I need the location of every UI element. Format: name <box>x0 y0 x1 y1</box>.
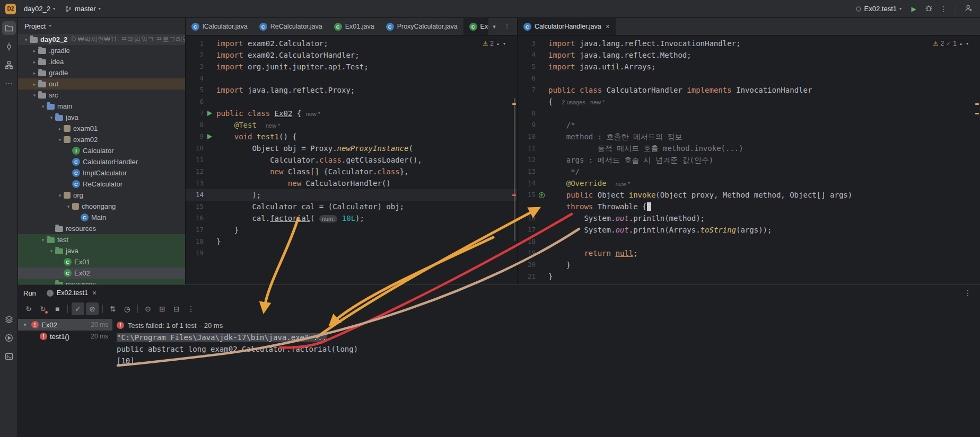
editor-options-button[interactable]: ⋮ <box>501 21 513 32</box>
scrollbar-thumb[interactable] <box>514 98 515 241</box>
sort-by-duration-icon[interactable]: ◷ <box>121 302 134 315</box>
warning-stripe-mark[interactable] <box>975 103 979 105</box>
run-tab[interactable]: Ex02.test1 × <box>42 287 101 299</box>
run-test-icon[interactable] <box>207 134 212 139</box>
chevron-down-icon[interactable]: ▾ <box>56 137 64 142</box>
editor-tab[interactable]: CEx02.java× <box>463 18 488 35</box>
more-icon[interactable]: ⋯ <box>2 77 16 91</box>
inspection-widget-left[interactable]: ⚠ 2 ▴ ▾ <box>479 39 510 48</box>
run-configuration-selector[interactable]: Ex02.test1 ▾ <box>852 3 905 14</box>
project-tree-item[interactable]: CMain <box>18 212 185 223</box>
override-icon[interactable] <box>537 191 546 200</box>
project-tree-item[interactable]: CCalculatorHandler <box>18 156 185 167</box>
close-icon[interactable]: × <box>92 289 97 297</box>
chevron-down-icon[interactable]: ▾ <box>48 248 55 254</box>
project-badge[interactable]: D2 <box>5 4 16 14</box>
hidden-tabs-button[interactable]: ▾ <box>488 21 500 32</box>
chevron-right-icon[interactable]: ▸ <box>56 126 64 131</box>
project-tree-item[interactable]: ▾java <box>18 112 185 123</box>
project-tree-item[interactable]: ▸out <box>18 78 185 90</box>
project-icon[interactable] <box>2 21 16 35</box>
chevron-right-icon[interactable]: ▸ <box>31 48 38 53</box>
project-tree-item[interactable]: CReCalculator <box>18 179 185 190</box>
project-tree-item[interactable]: resources <box>18 223 185 234</box>
editor-tab[interactable]: CReCalculator.java <box>253 18 328 35</box>
rerun-icon[interactable]: ↻ <box>22 302 35 315</box>
prev-problem-icon[interactable]: ▴ <box>496 41 500 46</box>
terminal-icon[interactable] <box>2 350 16 363</box>
test-history-icon[interactable]: ⊙ <box>142 302 154 315</box>
stop-icon[interactable]: ■ <box>51 302 64 315</box>
project-tree-item[interactable]: ▸.gradle <box>18 45 185 56</box>
project-tree-item[interactable]: resources <box>18 279 185 284</box>
run-config-icon <box>855 6 862 12</box>
prev-problem-icon[interactable]: ▴ <box>959 41 963 46</box>
chevron-down-icon[interactable]: ▾ <box>31 93 38 98</box>
code-area-right[interactable]: 3import java.lang.reflect.InvocationHand… <box>518 35 980 284</box>
run-console[interactable]: ! Tests failed: 1 of 1 test – 20 ms "C:\… <box>112 318 980 437</box>
rerun-failed-tests-icon[interactable]: ↻ <box>37 302 49 315</box>
project-tree-item[interactable]: ▸.idea <box>18 56 185 67</box>
sort-alphabetically-icon[interactable]: ⇅ <box>107 302 119 315</box>
test-tree-item[interactable]: !test1()20 ms <box>18 331 112 342</box>
debug-button[interactable] <box>922 3 935 15</box>
chevron-right-icon[interactable]: ▸ <box>31 59 38 65</box>
chevron-right-icon[interactable]: ▸ <box>31 82 38 87</box>
project-tree-item[interactable]: ▾main <box>18 101 185 112</box>
project-tree-item[interactable]: ICalculator <box>18 145 185 156</box>
project-panel-header[interactable]: Project ▾ <box>18 18 185 34</box>
package-icon <box>64 192 71 199</box>
debug-icon[interactable] <box>2 435 16 437</box>
more-actions-button[interactable]: ⋮ <box>937 3 950 15</box>
inspection-widget-right[interactable]: ⚠ 2 ✓ 1 ▴ ▾ <box>930 39 973 48</box>
project-tree-item[interactable]: ▾exam02 <box>18 134 185 145</box>
chevron-right-icon[interactable]: ▸ <box>31 70 38 76</box>
structure-icon[interactable] <box>2 58 16 72</box>
project-tree-item[interactable]: ▾day02_2D:₩박세현₩11. 프레임워크 프로그래밍₩day02_2 <box>18 34 185 45</box>
test-tree-item[interactable]: ▾!Ex0220 ms <box>18 319 112 331</box>
error-stripe-mark[interactable] <box>512 194 516 196</box>
chevron-down-icon[interactable]: ▾ <box>21 322 29 327</box>
code-area-left[interactable]: 1import exam02.Calculator;2import exam02… <box>186 35 517 284</box>
project-tree-item[interactable]: CEx02 <box>18 267 185 279</box>
project-tree-item[interactable]: ▾test <box>18 234 185 245</box>
services-icon[interactable] <box>2 313 16 326</box>
next-problem-icon[interactable]: ▾ <box>502 41 506 46</box>
project-widget[interactable]: day02_2 ▾ <box>20 3 59 14</box>
run-button[interactable]: ▶ <box>907 3 920 15</box>
editor-tab[interactable]: CProxyCalculator.java <box>380 18 463 35</box>
more-icon[interactable]: ⋮ <box>185 302 197 315</box>
vcs-branch-widget[interactable]: master ▾ <box>61 3 104 14</box>
run-panel-options-button[interactable]: ⋮ <box>964 289 975 297</box>
project-tree-item[interactable]: ▸gradle <box>18 67 185 78</box>
collapse-all-icon[interactable]: ⊟ <box>170 302 183 315</box>
tab-label: ProxyCalculator.java <box>397 23 458 30</box>
chevron-down-icon[interactable]: ▾ <box>39 237 47 243</box>
project-tree-item[interactable]: ▾src <box>18 90 185 101</box>
project-tree-item[interactable]: ▾java <box>18 245 185 256</box>
next-problem-icon[interactable]: ▾ <box>965 41 969 46</box>
chevron-down-icon[interactable]: ▾ <box>65 204 72 209</box>
show-ignored-icon[interactable]: ⊘ <box>86 302 99 315</box>
project-tree-item[interactable]: ▾org <box>18 190 185 201</box>
chevron-down-icon[interactable]: ▾ <box>48 115 55 120</box>
run-icon[interactable] <box>2 331 16 345</box>
warning-stripe-mark[interactable] <box>512 103 516 105</box>
editor-tab[interactable]: CCalculatorHandler.java× <box>518 18 616 35</box>
show-passed-icon[interactable]: ✓ <box>72 302 84 315</box>
project-tree-item[interactable]: ▸exam01 <box>18 123 185 134</box>
warning-stripe-mark[interactable] <box>975 113 979 114</box>
chevron-down-icon[interactable]: ▾ <box>56 193 64 198</box>
editor-tab[interactable]: CEx01.java <box>328 18 380 35</box>
add-user-button[interactable] <box>962 3 975 15</box>
project-tree-item[interactable]: CImplCalculator <box>18 167 185 179</box>
chevron-down-icon[interactable]: ▾ <box>39 104 47 109</box>
run-test-icon[interactable] <box>207 111 212 116</box>
editor-tab[interactable]: ClCalculator.java <box>186 18 253 35</box>
chevron-down-icon[interactable]: ▾ <box>22 37 30 42</box>
expand-all-icon[interactable]: ⊞ <box>156 302 169 315</box>
project-tree-item[interactable]: ▾choongang <box>18 201 185 212</box>
commit-icon[interactable] <box>2 40 16 53</box>
project-tree-item[interactable]: CEx01 <box>18 256 185 267</box>
close-icon[interactable]: × <box>606 22 610 31</box>
